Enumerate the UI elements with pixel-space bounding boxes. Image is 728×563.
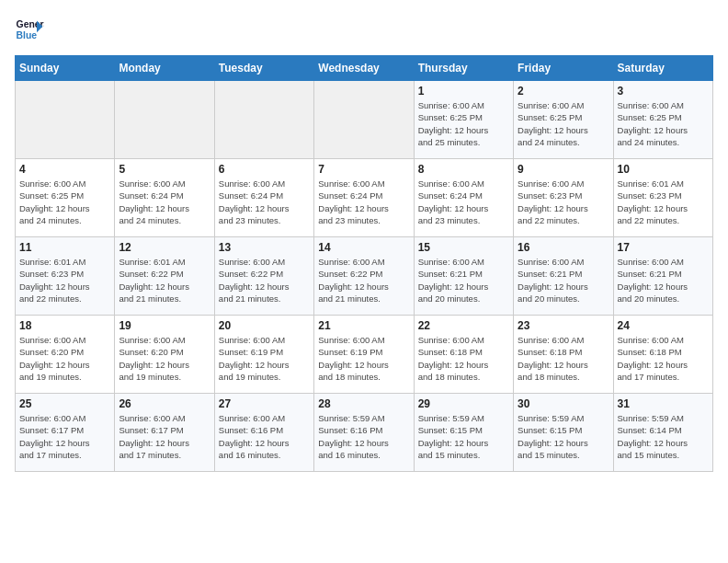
calendar-cell: 4Sunrise: 6:00 AM Sunset: 6:25 PM Daylig… xyxy=(16,159,115,237)
calendar-cell: 12Sunrise: 6:01 AM Sunset: 6:22 PM Dayli… xyxy=(115,237,214,316)
day-number: 10 xyxy=(618,163,709,176)
calendar-cell: 1Sunrise: 6:00 AM Sunset: 6:25 PM Daylig… xyxy=(414,81,513,159)
day-info: Sunrise: 6:00 AM Sunset: 6:17 PM Dayligh… xyxy=(119,412,210,461)
weekday-header-tuesday: Tuesday xyxy=(214,56,313,81)
day-info: Sunrise: 6:00 AM Sunset: 6:24 PM Dayligh… xyxy=(119,178,210,226)
day-info: Sunrise: 6:00 AM Sunset: 6:21 PM Dayligh… xyxy=(618,256,709,304)
day-number: 3 xyxy=(618,85,709,98)
day-info: Sunrise: 5:59 AM Sunset: 6:16 PM Dayligh… xyxy=(318,412,409,461)
day-info: Sunrise: 6:00 AM Sunset: 6:25 PM Dayligh… xyxy=(418,99,509,148)
day-info: Sunrise: 6:00 AM Sunset: 6:20 PM Dayligh… xyxy=(119,334,210,383)
week-row-1: 1Sunrise: 6:00 AM Sunset: 6:25 PM Daylig… xyxy=(16,81,713,159)
day-number: 12 xyxy=(119,241,210,254)
calendar-cell: 25Sunrise: 6:00 AM Sunset: 6:17 PM Dayli… xyxy=(16,394,115,472)
day-number: 20 xyxy=(219,319,310,332)
day-info: Sunrise: 6:00 AM Sunset: 6:16 PM Dayligh… xyxy=(219,412,310,461)
day-number: 8 xyxy=(418,163,509,176)
day-info: Sunrise: 6:00 AM Sunset: 6:24 PM Dayligh… xyxy=(219,178,310,226)
day-number: 25 xyxy=(19,397,110,410)
calendar-cell: 5Sunrise: 6:00 AM Sunset: 6:24 PM Daylig… xyxy=(115,159,214,237)
calendar-table: SundayMondayTuesdayWednesdayThursdayFrid… xyxy=(15,55,713,472)
day-info: Sunrise: 6:00 AM Sunset: 6:23 PM Dayligh… xyxy=(518,178,609,226)
calendar-cell: 2Sunrise: 6:00 AM Sunset: 6:25 PM Daylig… xyxy=(514,81,613,159)
day-number: 30 xyxy=(518,397,609,410)
day-number: 22 xyxy=(418,319,509,332)
day-number: 5 xyxy=(119,163,210,176)
logo: General Blue xyxy=(15,15,44,44)
weekday-header-friday: Friday xyxy=(514,56,613,81)
calendar-cell: 29Sunrise: 5:59 AM Sunset: 6:15 PM Dayli… xyxy=(414,394,513,472)
day-number: 18 xyxy=(19,319,110,332)
day-info: Sunrise: 6:01 AM Sunset: 6:22 PM Dayligh… xyxy=(119,256,210,304)
day-number: 27 xyxy=(219,397,310,410)
weekday-header-sunday: Sunday xyxy=(16,56,115,81)
calendar-cell: 18Sunrise: 6:00 AM Sunset: 6:20 PM Dayli… xyxy=(16,316,115,394)
day-number: 15 xyxy=(418,241,509,254)
day-info: Sunrise: 6:00 AM Sunset: 6:25 PM Dayligh… xyxy=(518,99,609,148)
calendar-cell: 3Sunrise: 6:00 AM Sunset: 6:25 PM Daylig… xyxy=(613,81,712,159)
day-info: Sunrise: 6:00 AM Sunset: 6:21 PM Dayligh… xyxy=(418,256,509,304)
calendar-cell: 30Sunrise: 5:59 AM Sunset: 6:15 PM Dayli… xyxy=(514,394,613,472)
calendar-cell: 8Sunrise: 6:00 AM Sunset: 6:24 PM Daylig… xyxy=(414,159,513,237)
calendar-cell: 11Sunrise: 6:01 AM Sunset: 6:23 PM Dayli… xyxy=(16,237,115,316)
calendar-cell: 14Sunrise: 6:00 AM Sunset: 6:22 PM Dayli… xyxy=(314,237,414,316)
weekday-header-saturday: Saturday xyxy=(613,56,712,81)
calendar-cell: 22Sunrise: 6:00 AM Sunset: 6:18 PM Dayli… xyxy=(414,316,513,394)
day-number: 24 xyxy=(618,319,709,332)
day-number: 31 xyxy=(618,397,709,410)
calendar-cell: 20Sunrise: 6:00 AM Sunset: 6:19 PM Dayli… xyxy=(214,316,313,394)
calendar-cell: 7Sunrise: 6:00 AM Sunset: 6:24 PM Daylig… xyxy=(314,159,414,237)
weekday-header-wednesday: Wednesday xyxy=(314,56,414,81)
day-info: Sunrise: 6:00 AM Sunset: 6:22 PM Dayligh… xyxy=(219,256,310,304)
week-row-4: 18Sunrise: 6:00 AM Sunset: 6:20 PM Dayli… xyxy=(16,316,713,394)
day-info: Sunrise: 5:59 AM Sunset: 6:15 PM Dayligh… xyxy=(418,412,509,461)
calendar-cell xyxy=(16,81,115,159)
day-info: Sunrise: 6:00 AM Sunset: 6:21 PM Dayligh… xyxy=(518,256,609,304)
day-number: 1 xyxy=(418,85,509,98)
calendar-cell: 16Sunrise: 6:00 AM Sunset: 6:21 PM Dayli… xyxy=(514,237,613,316)
day-number: 19 xyxy=(119,319,210,332)
day-info: Sunrise: 6:00 AM Sunset: 6:18 PM Dayligh… xyxy=(518,334,609,383)
day-info: Sunrise: 6:00 AM Sunset: 6:18 PM Dayligh… xyxy=(618,334,709,383)
weekday-header-thursday: Thursday xyxy=(414,56,513,81)
calendar-cell: 31Sunrise: 5:59 AM Sunset: 6:14 PM Dayli… xyxy=(613,394,712,472)
calendar-cell: 23Sunrise: 6:00 AM Sunset: 6:18 PM Dayli… xyxy=(514,316,613,394)
day-info: Sunrise: 6:01 AM Sunset: 6:23 PM Dayligh… xyxy=(618,178,709,226)
calendar-cell: 6Sunrise: 6:00 AM Sunset: 6:24 PM Daylig… xyxy=(214,159,313,237)
day-info: Sunrise: 6:00 AM Sunset: 6:24 PM Dayligh… xyxy=(418,178,509,226)
day-info: Sunrise: 5:59 AM Sunset: 6:14 PM Dayligh… xyxy=(618,412,709,461)
day-info: Sunrise: 6:00 AM Sunset: 6:24 PM Dayligh… xyxy=(318,178,409,226)
calendar-cell: 26Sunrise: 6:00 AM Sunset: 6:17 PM Dayli… xyxy=(115,394,214,472)
calendar-cell xyxy=(214,81,313,159)
day-number: 4 xyxy=(19,163,110,176)
calendar-cell: 19Sunrise: 6:00 AM Sunset: 6:20 PM Dayli… xyxy=(115,316,214,394)
day-info: Sunrise: 6:00 AM Sunset: 6:19 PM Dayligh… xyxy=(318,334,409,383)
calendar-cell: 17Sunrise: 6:00 AM Sunset: 6:21 PM Dayli… xyxy=(613,237,712,316)
logo-icon: General Blue xyxy=(15,15,44,44)
day-number: 2 xyxy=(518,85,609,98)
day-info: Sunrise: 6:00 AM Sunset: 6:22 PM Dayligh… xyxy=(318,256,409,304)
day-number: 13 xyxy=(219,241,310,254)
calendar-cell: 28Sunrise: 5:59 AM Sunset: 6:16 PM Dayli… xyxy=(314,394,414,472)
day-number: 23 xyxy=(518,319,609,332)
svg-text:Blue: Blue xyxy=(17,30,38,40)
day-info: Sunrise: 6:00 AM Sunset: 6:25 PM Dayligh… xyxy=(19,178,110,226)
page-header: General Blue xyxy=(15,15,713,44)
day-info: Sunrise: 6:00 AM Sunset: 6:19 PM Dayligh… xyxy=(219,334,310,383)
calendar-cell xyxy=(115,81,214,159)
calendar-cell: 9Sunrise: 6:00 AM Sunset: 6:23 PM Daylig… xyxy=(514,159,613,237)
calendar-cell: 13Sunrise: 6:00 AM Sunset: 6:22 PM Dayli… xyxy=(214,237,313,316)
calendar-cell: 27Sunrise: 6:00 AM Sunset: 6:16 PM Dayli… xyxy=(214,394,313,472)
day-info: Sunrise: 5:59 AM Sunset: 6:15 PM Dayligh… xyxy=(518,412,609,461)
day-number: 14 xyxy=(318,241,409,254)
week-row-5: 25Sunrise: 6:00 AM Sunset: 6:17 PM Dayli… xyxy=(16,394,713,472)
calendar-cell: 10Sunrise: 6:01 AM Sunset: 6:23 PM Dayli… xyxy=(613,159,712,237)
week-row-2: 4Sunrise: 6:00 AM Sunset: 6:25 PM Daylig… xyxy=(16,159,713,237)
day-info: Sunrise: 6:00 AM Sunset: 6:17 PM Dayligh… xyxy=(19,412,110,461)
day-number: 6 xyxy=(219,163,310,176)
day-number: 17 xyxy=(618,241,709,254)
day-number: 26 xyxy=(119,397,210,410)
day-number: 21 xyxy=(318,319,409,332)
day-info: Sunrise: 6:00 AM Sunset: 6:25 PM Dayligh… xyxy=(618,99,709,148)
day-number: 7 xyxy=(318,163,409,176)
